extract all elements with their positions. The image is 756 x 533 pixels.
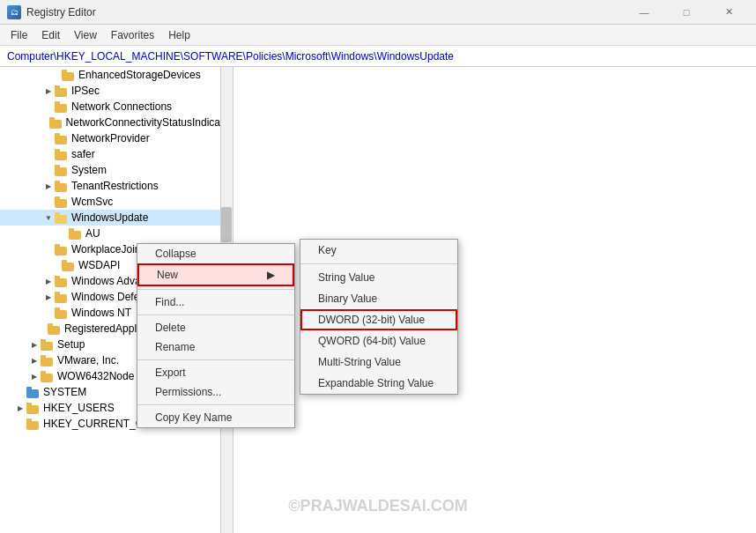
context-menu: Collapse New ▶ Find... Delete Rename Exp… [137, 243, 295, 428]
expander-networkprovider [42, 132, 55, 144]
tree-item-networkprovider[interactable]: NetworkProvider [0, 130, 233, 146]
app-icon: 🗂 [7, 5, 21, 19]
folder-icon-windowsdefender [55, 292, 69, 303]
context-menu-copy-key-name[interactable]: Copy Key Name [137, 408, 294, 427]
tree-item-ncsi[interactable]: NetworkConnectivityStatusIndicator [0, 115, 233, 130]
expander-wow6432node: ▶ [28, 370, 41, 382]
context-menu-export[interactable]: Export [137, 363, 294, 382]
submenu-expandable-string-value[interactable]: Expandable String Value [300, 373, 457, 394]
context-menu-sep2 [137, 315, 294, 315]
tree-label-workplacejoin: WorkplaceJoin [71, 243, 140, 255]
tree-item-wcmsvc[interactable]: WcmSvc [0, 194, 233, 210]
maximize-button[interactable]: □ [666, 4, 707, 21]
expander-ipsec: ▶ [42, 85, 55, 97]
title-bar-controls: — □ ✕ [624, 4, 749, 21]
tree-label-hkey-users: HKEY_USERS [43, 402, 115, 414]
tree-label-wsdapi: WSDAPI [78, 259, 120, 271]
context-menu-sep4 [137, 404, 294, 405]
expander-vmware: ▶ [28, 354, 41, 366]
expander-registeredapplications [35, 322, 48, 335]
submenu-string-value[interactable]: String Value [300, 267, 457, 288]
submenu-qword-value[interactable]: QWORD (64-bit) Value [300, 330, 457, 352]
expander-network-connections [42, 100, 55, 113]
expander-safer [42, 148, 55, 160]
menu-bar: File Edit View Favorites Help [0, 25, 756, 46]
context-menu-delete[interactable]: Delete [137, 318, 294, 337]
tree-label-networkprovider: NetworkProvider [71, 132, 150, 144]
folder-icon-vmware [41, 355, 55, 366]
tree-item-au[interactable]: AU [0, 226, 233, 241]
folder-icon-au [69, 228, 83, 240]
tree-label-ncsi: NetworkConnectivityStatusIndicator [66, 116, 233, 129]
minimize-button[interactable]: — [624, 4, 664, 21]
close-button[interactable]: ✕ [708, 4, 749, 21]
folder-icon-wsdapi [62, 260, 76, 271]
folder-icon-system [55, 165, 69, 176]
tree-item-windowsupdate[interactable]: ▼ WindowsUpdate [0, 210, 233, 226]
expander-wcmsvc [42, 196, 55, 208]
expander-workplacejoin [42, 243, 55, 255]
tree-label-au: AU [85, 227, 100, 240]
menu-help[interactable]: Help [161, 27, 197, 43]
scrollbar-thumb[interactable] [221, 207, 232, 242]
folder-icon-setup [41, 339, 55, 351]
tree-label-enhancedstorage: EnhancedStorageDevices [78, 69, 201, 81]
submenu-binary-value[interactable]: Binary Value [300, 288, 457, 309]
main-content: EnhancedStorageDevices ▶ IPSec Network C… [0, 67, 756, 533]
folder-icon-enhancedstorage [62, 70, 76, 81]
submenu-dword-value[interactable]: DWORD (32-bit) Value [300, 309, 457, 330]
folder-icon-networkprovider [55, 133, 69, 144]
folder-icon-workplacejoin [55, 244, 69, 255]
tree-label-system: System [71, 164, 107, 176]
expander-windowsupdate: ▼ [42, 211, 55, 224]
context-menu-sep3 [137, 359, 294, 360]
submenu-key[interactable]: Key [300, 240, 457, 261]
folder-icon-network-connections [55, 101, 69, 113]
context-menu-new[interactable]: New ▶ [137, 263, 294, 286]
title-bar-title: Registry Editor [26, 6, 96, 19]
tree-label-vmware: VMware, Inc. [57, 354, 119, 366]
context-menu-rename[interactable]: Rename [137, 337, 294, 357]
folder-icon-tenantrestrictions [55, 181, 69, 192]
expander-windowsdefender: ▶ [42, 291, 55, 303]
folder-icon-safer [55, 149, 69, 160]
context-menu-find[interactable]: Find... [137, 292, 294, 312]
expander-ncsi [37, 116, 49, 129]
context-menu-permissions[interactable]: Permissions... [137, 382, 294, 402]
folder-icon-windowsadvanced [55, 276, 69, 287]
submenu-multistring-value[interactable]: Multi-String Value [300, 352, 457, 373]
menu-view[interactable]: View [67, 27, 104, 43]
address-path: Computer\HKEY_LOCAL_MACHINE\SOFTWARE\Pol… [7, 50, 454, 63]
folder-icon-system-root [26, 387, 41, 398]
expander-enhancedstorage [49, 69, 62, 81]
menu-favorites[interactable]: Favorites [104, 27, 161, 43]
tree-item-ipsec[interactable]: ▶ IPSec [0, 83, 233, 99]
expander-setup: ▶ [28, 338, 41, 351]
tree-item-network-connections[interactable]: Network Connections [0, 99, 233, 115]
tree-item-tenantrestrictions[interactable]: ▶ TenantRestrictions [0, 178, 233, 194]
tree-label-system-root: SYSTEM [43, 386, 86, 398]
folder-icon-hkey-users [26, 403, 41, 414]
menu-file[interactable]: File [4, 27, 34, 43]
context-menu-collapse[interactable]: Collapse [137, 244, 294, 263]
expander-hkey-users: ▶ [14, 402, 26, 414]
tree-label-windowsupdate: WindowsUpdate [71, 211, 148, 224]
folder-icon-windowsnt [55, 307, 69, 319]
folder-icon-ncsi [49, 117, 63, 129]
submenu-arrow-icon: ▶ [267, 269, 275, 281]
expander-au [56, 227, 69, 240]
tree-item-safer[interactable]: safer [0, 146, 233, 162]
expander-hkey-current-config [14, 418, 26, 430]
menu-edit[interactable]: Edit [34, 27, 67, 43]
expander-windowsnt [42, 307, 55, 319]
tree-item-system[interactable]: System [0, 162, 233, 178]
tree-label-setup: Setup [57, 338, 85, 351]
folder-icon-hkey-current-config [26, 418, 41, 430]
tree-item-enhancedstorage[interactable]: EnhancedStorageDevices [0, 67, 233, 83]
tree-label-network-connections: Network Connections [71, 100, 172, 113]
expander-wsdapi [49, 259, 62, 271]
submenu: Key String Value Binary Value DWORD (32-… [300, 239, 458, 395]
tree-label-wow6432node: WOW6432Node [57, 370, 134, 382]
tree-label-wcmsvc: WcmSvc [71, 196, 113, 208]
folder-icon-wow6432node [41, 371, 55, 382]
